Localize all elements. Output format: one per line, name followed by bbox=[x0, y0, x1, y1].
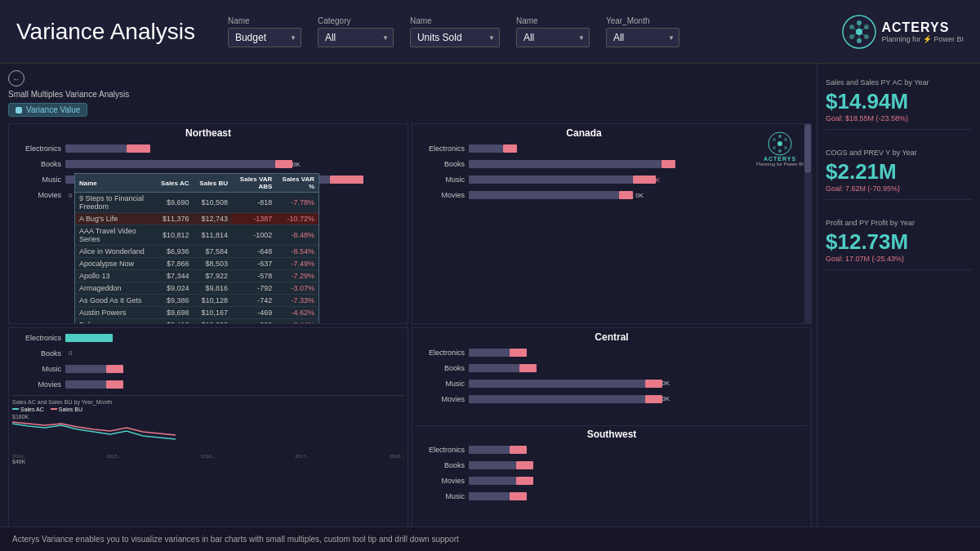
stat-block-3: Profit and PY Profit by Year $12.73M Goa… bbox=[826, 212, 972, 270]
mini-legend-bu: Sales BU bbox=[51, 407, 82, 412]
row-bu: $7,584 bbox=[194, 246, 233, 258]
filter-label-5: Year_Month bbox=[606, 16, 679, 25]
row-ac: $9,024 bbox=[154, 282, 194, 295]
stat-goal-1: Goal: $18.55M (-23.58%) bbox=[826, 114, 972, 122]
ca-cat-electronics: Electronics bbox=[416, 144, 469, 153]
row-ac: $7,866 bbox=[154, 258, 194, 270]
svg-point-16 bbox=[778, 135, 782, 138]
nel-label-2: 0 bbox=[69, 349, 72, 357]
ne-cat-books: Books bbox=[12, 160, 65, 168]
nel-bar-gray-3 bbox=[65, 365, 106, 373]
logo-name: ACTERYS bbox=[881, 20, 964, 35]
northeast-chart: Northeast Electronics -1K Books 19K bbox=[8, 123, 408, 324]
filter-year-month: Year_Month All 2019 bbox=[606, 16, 679, 47]
logo-text-block: ACTERYS Planning for ⚡ Power BI bbox=[881, 20, 964, 43]
row-ac: $9,386 bbox=[154, 295, 194, 307]
ce-row-electronics: Electronics 0K bbox=[416, 346, 808, 359]
nel-row-electronics: Electronics 1K bbox=[12, 331, 404, 344]
mini-line-section: Sales AC and Sales BU by Year_Month Sale… bbox=[12, 395, 404, 464]
row-abs: -648 bbox=[232, 246, 276, 258]
ce-bar-pink-2 bbox=[519, 364, 537, 372]
table-row: A Bug's Life $11,376 $12,743 -1387 -10.7… bbox=[75, 213, 318, 225]
svg-point-17 bbox=[784, 138, 787, 141]
stat-value-1: $14.94M bbox=[826, 91, 972, 112]
stat-block-1: Sales and Sales PY AC by Year $14.94M Go… bbox=[826, 72, 972, 130]
row-name: Alice in Wonderland bbox=[75, 246, 154, 258]
legend-badge: Variance Value bbox=[8, 103, 87, 117]
mini-legend-ac: Sales AC bbox=[12, 407, 44, 412]
legend-dot-icon bbox=[16, 107, 22, 113]
col-sales-ac: Sales AC bbox=[154, 174, 194, 193]
row-bu: $11,814 bbox=[194, 225, 233, 246]
acterys-sub-small: Planning for Power BI bbox=[756, 162, 804, 167]
ce-bar-gray-4 bbox=[469, 395, 645, 403]
row-ac: $11,376 bbox=[154, 213, 194, 225]
ca-bar-gray-4 bbox=[469, 191, 619, 199]
stat-title-1: Sales and Sales PY AC by Year bbox=[826, 78, 972, 87]
ca-cat-movies: Movies bbox=[416, 191, 469, 199]
row-ac: $9,412 bbox=[154, 319, 194, 324]
row-pct: -7.29% bbox=[276, 270, 318, 282]
ce-bar-pink-1 bbox=[510, 349, 527, 357]
filter-name-1: Name Budget Actual bbox=[228, 16, 301, 47]
ca-row-books: Books 0K bbox=[416, 158, 752, 171]
filter-select-1[interactable]: Budget Actual bbox=[228, 28, 301, 47]
central-title: Central bbox=[416, 331, 808, 343]
svg-point-19 bbox=[778, 149, 782, 153]
row-name: Babe bbox=[75, 319, 154, 324]
nel-bar-pink-3 bbox=[106, 365, 123, 373]
ca-bar-pink-3 bbox=[633, 176, 656, 184]
ca-bars-music: 19K -1K bbox=[469, 174, 752, 185]
filter-label-1: Name bbox=[228, 16, 301, 25]
svg-point-15 bbox=[777, 141, 782, 146]
scroll-thumb bbox=[804, 124, 811, 173]
row-name: Apocalypse Now bbox=[75, 258, 154, 270]
header: Variance Analysis Name Budget Actual Cat… bbox=[0, 0, 980, 64]
mini-legend-ac-dot bbox=[12, 408, 19, 410]
sw-cat-movies: Movies bbox=[416, 477, 469, 485]
filter-select-2[interactable]: All Electronics bbox=[318, 28, 394, 47]
filter-select-3[interactable]: Units Sold Revenue bbox=[410, 28, 500, 47]
scroll-bar[interactable] bbox=[804, 124, 811, 323]
sw-bars-books: 0K bbox=[469, 460, 808, 471]
nel-cat-books: Books bbox=[12, 349, 65, 358]
filter-select-5[interactable]: All 2019 bbox=[606, 28, 679, 47]
row-bu: $10,280 bbox=[194, 319, 233, 324]
acterys-icon-small bbox=[768, 131, 792, 156]
canada-chart-inner: Canada Electronics 0K Books bbox=[416, 127, 752, 204]
ne-cat-music: Music bbox=[12, 176, 65, 184]
col-sales-bu: Sales BU bbox=[194, 174, 233, 193]
ca-row-electronics: Electronics 0K bbox=[416, 142, 752, 155]
row-bu: $7,922 bbox=[194, 270, 233, 282]
row-bu: $12,743 bbox=[194, 213, 233, 225]
sw-bar-pink-4 bbox=[510, 492, 527, 500]
stat-goal-3: Goal: 17.07M (-25.43%) bbox=[826, 255, 972, 263]
row-bu: $9,816 bbox=[194, 282, 233, 295]
nel-row-books: Books 0 bbox=[12, 347, 404, 360]
central-section: Central Electronics 0K Books bbox=[416, 331, 808, 426]
table-row: Apocalypse Now $7,866 $8,503 -637 -7.49% bbox=[75, 258, 318, 270]
sw-cat-music: Music bbox=[416, 492, 469, 500]
ca-cat-music: Music bbox=[416, 176, 469, 184]
mini-line-legend: Sales AC Sales BU bbox=[12, 407, 404, 412]
chart-grid: Northeast Electronics -1K Books 19K bbox=[8, 123, 812, 527]
row-pct: -4.62% bbox=[276, 307, 318, 319]
logo-subtitle: Planning for ⚡ Power BI bbox=[881, 35, 964, 43]
canada-title: Canada bbox=[416, 127, 752, 139]
ca-bar-pink-4 bbox=[619, 191, 633, 199]
canada-chart: Canada Electronics 0K Books bbox=[412, 123, 812, 324]
southwest-section: Southwest Electronics 0K Books bbox=[416, 425, 808, 523]
filter-select-4[interactable]: All Northeast bbox=[516, 28, 590, 47]
sw-bar-gray-4 bbox=[469, 492, 510, 500]
row-name: A Bug's Life bbox=[75, 213, 154, 225]
page-title: Variance Analysis bbox=[16, 19, 195, 45]
filter-name-2: Name Units Sold Revenue bbox=[410, 16, 500, 47]
sw-bar-pink-2 bbox=[516, 461, 533, 469]
nel-bars-music: 0K bbox=[65, 363, 404, 375]
back-icon: ← bbox=[8, 70, 24, 87]
ne-bar-pink-2 bbox=[275, 160, 292, 168]
filter-bar: Name Budget Actual Category All Electron… bbox=[228, 16, 843, 47]
ca-bars-electronics: 0K bbox=[469, 143, 752, 154]
back-button[interactable]: ← bbox=[8, 70, 812, 87]
filter-select-wrapper-1: Budget Actual bbox=[228, 28, 301, 47]
